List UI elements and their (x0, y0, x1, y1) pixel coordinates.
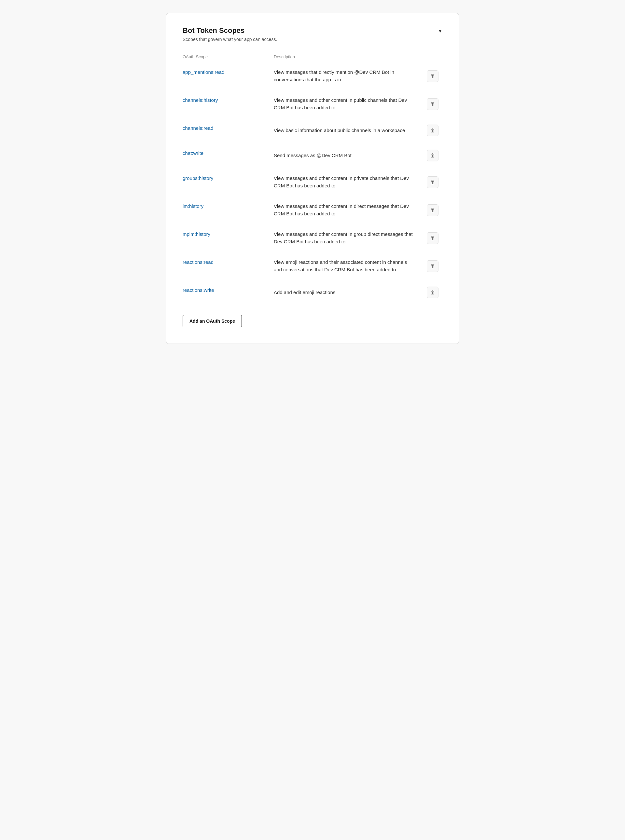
scope-description: View emoji reactions and their associate… (274, 259, 423, 273)
scope-description: View basic information about public chan… (274, 127, 423, 134)
col-oauth-scope-label: OAuth Scope (183, 54, 274, 59)
trash-icon: 🗑 (430, 263, 435, 269)
delete-scope-button[interactable]: 🗑 (427, 70, 438, 82)
trash-icon: 🗑 (430, 153, 435, 158)
scope-name: mpim:history (183, 231, 274, 237)
delete-scope-button[interactable]: 🗑 (427, 287, 438, 298)
trash-icon: 🗑 (430, 235, 435, 241)
scope-name: chat:write (183, 150, 274, 156)
delete-scope-button[interactable]: 🗑 (427, 176, 438, 188)
scope-description: View messages and other content in direc… (274, 203, 423, 217)
table-row: channels:readView basic information abou… (183, 118, 442, 143)
delete-scope-button[interactable]: 🗑 (427, 98, 438, 110)
delete-scope-button[interactable]: 🗑 (427, 150, 438, 161)
add-oauth-scope-button[interactable]: Add an OAuth Scope (183, 315, 242, 327)
scope-description: View messages and other content in group… (274, 231, 423, 245)
table-header: OAuth Scope Description (183, 52, 442, 62)
delete-scope-button[interactable]: 🗑 (427, 204, 438, 216)
trash-icon: 🗑 (430, 179, 435, 185)
panel-subtitle: Scopes that govern what your app can acc… (183, 37, 277, 42)
trash-icon: 🗑 (430, 290, 435, 295)
scope-name: app_mentions:read (183, 69, 274, 75)
table-row: chat:writeSend messages as @Dev CRM Bot🗑 (183, 143, 442, 168)
trash-icon: 🗑 (430, 207, 435, 213)
scope-description: View messages and other content in publi… (274, 97, 423, 111)
table-row: reactions:readView emoji reactions and t… (183, 252, 442, 280)
bot-token-scopes-panel: Bot Token Scopes Scopes that govern what… (166, 13, 459, 344)
delete-scope-button[interactable]: 🗑 (427, 260, 438, 272)
table-row: channels:historyView messages and other … (183, 90, 442, 118)
scope-name: reactions:write (183, 287, 274, 293)
panel-header: Bot Token Scopes Scopes that govern what… (183, 26, 442, 42)
scope-name: groups:history (183, 175, 274, 181)
col-description-label: Description (274, 54, 423, 59)
trash-icon: 🗑 (430, 127, 435, 133)
header-text: Bot Token Scopes Scopes that govern what… (183, 26, 277, 42)
delete-scope-button[interactable]: 🗑 (427, 232, 438, 244)
trash-icon: 🗑 (430, 101, 435, 107)
scope-name: im:history (183, 203, 274, 209)
scope-name: channels:read (183, 125, 274, 131)
chevron-down-icon[interactable]: ▼ (438, 28, 442, 34)
scope-description: View messages that directly mention @Dev… (274, 69, 423, 83)
panel-title: Bot Token Scopes (183, 26, 277, 35)
table-row: groups:historyView messages and other co… (183, 168, 442, 196)
scope-description: View messages and other content in priva… (274, 175, 423, 189)
scope-description: Add and edit emoji reactions (274, 289, 423, 296)
scope-name: channels:history (183, 97, 274, 103)
table-row: mpim:historyView messages and other cont… (183, 224, 442, 252)
scope-name: reactions:read (183, 259, 274, 265)
scopes-list: app_mentions:readView messages that dire… (183, 62, 442, 305)
table-row: reactions:writeAdd and edit emoji reacti… (183, 280, 442, 305)
delete-scope-button[interactable]: 🗑 (427, 125, 438, 136)
table-row: im:historyView messages and other conten… (183, 196, 442, 224)
trash-icon: 🗑 (430, 73, 435, 79)
table-row: app_mentions:readView messages that dire… (183, 62, 442, 90)
scope-description: Send messages as @Dev CRM Bot (274, 152, 423, 160)
